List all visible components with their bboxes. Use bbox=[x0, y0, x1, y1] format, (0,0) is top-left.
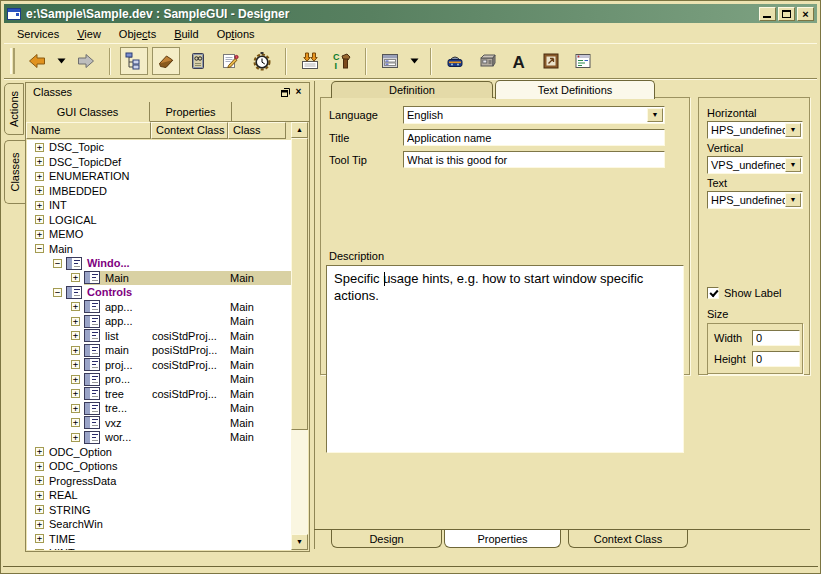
tab-properties[interactable]: Properties bbox=[444, 530, 561, 548]
expand-icon[interactable]: + bbox=[71, 375, 80, 384]
close-panel-button[interactable]: × bbox=[292, 86, 305, 98]
collapse-icon[interactable]: − bbox=[53, 259, 62, 268]
tree-row-progressdata[interactable]: +ProgressData bbox=[27, 474, 291, 489]
expand-icon[interactable]: + bbox=[71, 346, 80, 355]
toolbar-grip[interactable] bbox=[10, 48, 15, 74]
tree-row-real[interactable]: +REAL bbox=[27, 488, 291, 503]
tree-row-vxz[interactable]: +vxzMain bbox=[27, 416, 291, 431]
tree-row-odc-option[interactable]: +ODC_Option bbox=[27, 445, 291, 460]
build-class-button[interactable]: CI bbox=[328, 47, 356, 75]
chevron-down-icon[interactable]: ▼ bbox=[785, 193, 801, 207]
eraser-button[interactable] bbox=[152, 47, 180, 75]
expand-icon[interactable]: + bbox=[35, 157, 44, 166]
expand-icon[interactable]: + bbox=[71, 418, 80, 427]
tree-row-memo[interactable]: +MEMO bbox=[27, 227, 291, 242]
class-hierarchy-button[interactable] bbox=[120, 47, 148, 75]
device-button[interactable] bbox=[441, 47, 469, 75]
column-header-name[interactable]: Name bbox=[26, 122, 151, 139]
module-button[interactable] bbox=[473, 47, 501, 75]
scroll-up-button[interactable]: ▲ bbox=[291, 122, 308, 138]
expand-icon[interactable]: + bbox=[35, 447, 44, 456]
tree-row-imbedded[interactable]: +IMBEDDED bbox=[27, 184, 291, 199]
chevron-down-icon[interactable]: ▼ bbox=[647, 108, 663, 122]
tree-row-int[interactable]: +INT bbox=[27, 198, 291, 213]
import-button[interactable] bbox=[296, 47, 324, 75]
tree-row-list[interactable]: +listcosiStdProj...Main bbox=[27, 329, 291, 344]
tree-row-windo-[interactable]: −Windo... bbox=[27, 256, 291, 271]
tree-row-tree[interactable]: +treecosiStdProj...Main bbox=[27, 387, 291, 402]
expand-icon[interactable]: + bbox=[35, 520, 44, 529]
tree-row-enumeration[interactable]: +ENUMERATION bbox=[27, 169, 291, 184]
tree-row-dsc-topic[interactable]: +DSC_Topic bbox=[27, 140, 291, 155]
image-button[interactable] bbox=[537, 47, 565, 75]
tree-row-searchwin[interactable]: +SearchWin bbox=[27, 517, 291, 532]
expand-icon[interactable]: + bbox=[35, 201, 44, 210]
tree-row-uint[interactable]: +UINT bbox=[27, 546, 291, 550]
chevron-down-icon[interactable]: ▼ bbox=[785, 158, 801, 172]
collapse-icon[interactable]: − bbox=[35, 244, 44, 253]
column-header-class[interactable]: Class bbox=[228, 122, 286, 139]
title-field[interactable] bbox=[403, 129, 665, 146]
expand-icon[interactable]: + bbox=[71, 273, 80, 282]
tree-row-odc-options[interactable]: +ODC_Options bbox=[27, 459, 291, 474]
expand-icon[interactable]: + bbox=[35, 143, 44, 152]
expand-icon[interactable]: + bbox=[35, 230, 44, 239]
dock-tab-actions[interactable]: Actions bbox=[4, 83, 24, 135]
text-combobox[interactable]: HPS_undefined ▼ bbox=[707, 191, 803, 209]
show-label-checkbox[interactable] bbox=[707, 287, 719, 299]
back-history-dropdown[interactable] bbox=[55, 47, 68, 75]
expand-icon[interactable]: + bbox=[35, 172, 44, 181]
menu-build[interactable]: Build bbox=[165, 26, 207, 42]
tree-row-wor-[interactable]: +wor...Main bbox=[27, 430, 291, 445]
expand-icon[interactable]: + bbox=[71, 389, 80, 398]
back-button[interactable] bbox=[23, 47, 51, 75]
tab-text-definitions[interactable]: Text Definitions bbox=[495, 80, 655, 99]
menu-options[interactable]: Options bbox=[208, 26, 264, 42]
tree-row-main[interactable]: +MainMain bbox=[27, 271, 291, 286]
font-button[interactable]: A bbox=[505, 47, 533, 75]
scroll-down-button[interactable]: ▼ bbox=[291, 534, 308, 550]
expand-icon[interactable]: + bbox=[35, 534, 44, 543]
expand-icon[interactable]: + bbox=[35, 505, 44, 514]
expand-icon[interactable]: + bbox=[35, 491, 44, 500]
expand-icon[interactable]: + bbox=[35, 215, 44, 224]
expand-icon[interactable]: + bbox=[71, 302, 80, 311]
height-field[interactable] bbox=[752, 351, 800, 367]
tree-row-tre-[interactable]: +tre...Main bbox=[27, 401, 291, 416]
chevron-down-icon[interactable]: ▼ bbox=[785, 123, 801, 137]
library-book-button[interactable] bbox=[184, 47, 212, 75]
expand-icon[interactable]: + bbox=[71, 331, 80, 340]
forward-button[interactable] bbox=[72, 47, 100, 75]
tree-row-controls[interactable]: −Controls bbox=[27, 285, 291, 300]
width-field[interactable] bbox=[752, 330, 800, 346]
expand-icon[interactable]: + bbox=[71, 360, 80, 369]
tab-gui-classes[interactable]: GUI Classes bbox=[26, 102, 150, 122]
tree-row-pro-[interactable]: +pro...Main bbox=[27, 372, 291, 387]
tab-context-class[interactable]: Context Class bbox=[568, 530, 688, 548]
horizontal-combobox[interactable]: HPS_undefined ▼ bbox=[707, 121, 803, 139]
form-view-dropdown[interactable] bbox=[408, 47, 421, 75]
float-panel-button[interactable] bbox=[279, 86, 292, 98]
tree-row-app-[interactable]: +app...Main bbox=[27, 300, 291, 315]
tree-row-time[interactable]: +TIME bbox=[27, 532, 291, 547]
maximize-button[interactable] bbox=[778, 7, 795, 21]
tab-definition[interactable]: Definition bbox=[331, 81, 493, 98]
tree-row-main[interactable]: −Main bbox=[27, 242, 291, 257]
expand-icon[interactable]: + bbox=[71, 404, 80, 413]
menu-services[interactable]: Services bbox=[8, 26, 68, 42]
expand-icon[interactable]: + bbox=[35, 462, 44, 471]
tab-properties[interactable]: Properties bbox=[150, 102, 232, 122]
expand-icon[interactable]: + bbox=[35, 549, 44, 550]
expand-icon[interactable]: + bbox=[71, 317, 80, 326]
dialog-button[interactable] bbox=[569, 47, 597, 75]
tree-row-logical[interactable]: +LOGICAL bbox=[27, 213, 291, 228]
expand-icon[interactable]: + bbox=[35, 476, 44, 485]
column-header-context-class[interactable]: Context Class bbox=[151, 122, 228, 139]
tooltip-field[interactable] bbox=[403, 151, 665, 168]
expand-icon[interactable]: + bbox=[71, 433, 80, 442]
minimize-button[interactable] bbox=[759, 7, 776, 21]
tree-vertical-scrollbar[interactable]: ▲ ▼ bbox=[291, 122, 308, 550]
dock-tab-classes[interactable]: Classes bbox=[4, 140, 25, 204]
tree-row-string[interactable]: +STRING bbox=[27, 503, 291, 518]
language-combobox[interactable]: English ▼ bbox=[403, 106, 665, 124]
